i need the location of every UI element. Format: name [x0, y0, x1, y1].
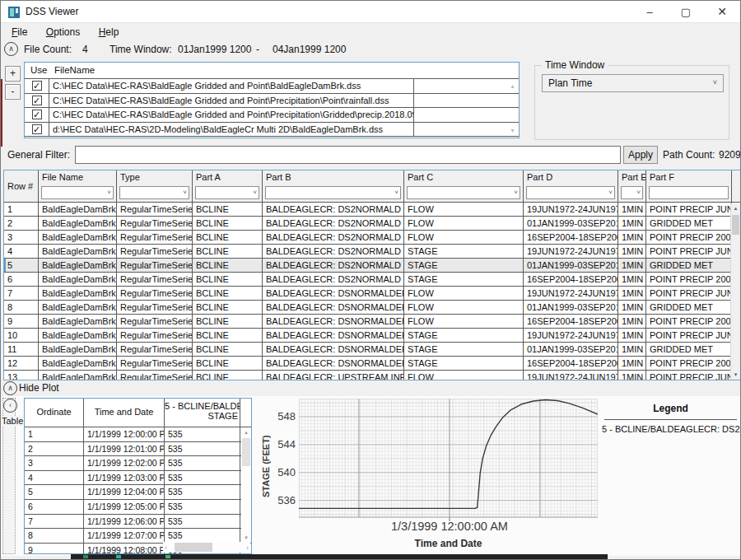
use-checkbox[interactable]: ✓: [32, 110, 42, 119]
file-row[interactable]: ✓d:\HEC Data\HEC-RAS\2D-Modeling\BaldEag…: [25, 123, 519, 138]
time-window-combobox[interactable]: Plan Time ˅: [542, 74, 724, 92]
catalog-row[interactable]: 1BaldEagleDamBrkRegularTimeSeriesBCLINEB…: [4, 203, 740, 217]
catalog-cell: STAGE: [404, 357, 524, 370]
column-filter-input[interactable]: [649, 186, 729, 199]
x-axis-label: Time and Date: [299, 538, 598, 549]
column-header-row-: Row #: [4, 170, 39, 202]
scrollbar-thumb[interactable]: [242, 438, 250, 466]
column-filter-combobox[interactable]: ˅: [41, 186, 114, 199]
ordinate-cell: 1: [25, 427, 84, 441]
apply-button[interactable]: Apply: [623, 146, 658, 164]
column-header-file-name: File Name˅: [39, 170, 117, 202]
use-checkbox[interactable]: ✓: [32, 124, 42, 134]
catalog-row[interactable]: 11BaldEagleDamBrkRegularTimeSeriesBCLINE…: [4, 343, 740, 357]
ordinate-cell: 1/1/1999 12:03:00 PM: [84, 471, 165, 485]
catalog-row[interactable]: 7BaldEagleDamBrkRegularTimeSeriesBCLINEB…: [4, 287, 740, 301]
ordinate-row[interactable]: 11/1/1999 12:00:00 PM535: [25, 427, 251, 442]
catalog-row[interactable]: 4BaldEagleDamBrkRegularTimeSeriesBCLINEB…: [4, 245, 740, 259]
file-list-scrollbar[interactable]: ▴ ▾: [508, 81, 517, 136]
minimize-button[interactable]: –: [631, 1, 668, 23]
general-filter-input[interactable]: [75, 146, 621, 164]
use-checkbox[interactable]: ✓: [32, 96, 42, 105]
info-bar: ∧ File Count: 4 Time Window: 01Jan1999 1…: [1, 40, 740, 60]
catalog-cell: RegularTimeSeries: [117, 357, 193, 370]
x-tick-label: 1/3/1999 12:00:00 AM: [351, 520, 548, 533]
file-row[interactable]: ✓C:\HEC Data\HEC-RAS\BaldEagle Gridded a…: [25, 79, 519, 94]
use-checkbox[interactable]: ✓: [32, 81, 42, 91]
column-filter-combobox[interactable]: ˅: [407, 186, 520, 199]
ordinate-cell: 1/1/1999 12:00:00 PM: [84, 427, 165, 441]
catalog-cell: POINT PRECIP 2004: [646, 315, 732, 328]
catalog-cell: POINT PRECIP 2004: [646, 357, 732, 370]
y-tick-label: 540: [268, 466, 296, 478]
filename-column-header: FileName: [54, 65, 95, 75]
catalog-cell: BCLINE: [193, 259, 263, 272]
ordinate-cell: 1/1/1999 12:07:00 PM: [84, 529, 165, 543]
catalog-cell: 1MIN: [618, 329, 646, 342]
catalog-cell: 19JUN1972-24JUN1972: [524, 203, 618, 216]
catalog-row[interactable]: 3BaldEagleDamBrkRegularTimeSeriesBCLINEB…: [4, 231, 740, 245]
catalog-cell: BALDEAGLECR: DS2NORMALD: [263, 231, 404, 244]
time-column-header: Time and Date: [84, 399, 165, 427]
file-row[interactable]: ✓C:\HEC Data\HEC-RAS\BaldEagle Gridded a…: [25, 94, 519, 109]
column-filter-combobox[interactable]: ˅: [265, 186, 401, 199]
catalog-row[interactable]: 5BaldEagleDamBrkRegularTimeSeriesBCLINEB…: [4, 259, 740, 273]
ordinate-row[interactable]: 31/1/1999 12:02:00 PM535: [25, 456, 251, 471]
catalog-cell: RegularTimeSeries: [117, 371, 193, 380]
table-strip-label: Table: [2, 416, 23, 426]
ordinate-cell: 1/1/1999 12:01:00 PM: [84, 442, 165, 456]
catalog-cell: BALDEAGLECR: DSNORMALDEPTH: [263, 343, 404, 356]
menu-file[interactable]: File: [7, 26, 31, 39]
ordinate-cell: 4: [25, 471, 84, 485]
ordinate-vertical-scrollbar[interactable]: ▴ ▾: [241, 428, 251, 542]
chevron-down-icon: ˅: [608, 189, 613, 196]
catalog-table: Row #File Name˅Type˅Part A˅Part B˅Part C…: [3, 170, 741, 380]
title-bar[interactable]: DSS Viewer – ▢ ✕: [1, 1, 740, 23]
catalog-header: Row #File Name˅Type˅Part A˅Part B˅Part C…: [4, 170, 740, 203]
catalog-cell: FLOW: [404, 371, 524, 380]
column-filter-combobox[interactable]: ˅: [119, 186, 189, 199]
hide-plot-button[interactable]: ∧: [3, 381, 17, 395]
chevron-up-icon: ∧: [7, 384, 13, 392]
menu-help[interactable]: Help: [95, 26, 124, 39]
close-button[interactable]: ✕: [704, 1, 740, 23]
catalog-row[interactable]: 8BaldEagleDamBrkRegularTimeSeriesBCLINEB…: [4, 301, 740, 315]
menu-options[interactable]: Options: [42, 26, 84, 39]
catalog-scrollbar[interactable]: ▴ ▾: [730, 203, 740, 380]
catalog-cell: 10: [4, 329, 39, 342]
chevron-up-icon: ∧: [8, 44, 14, 53]
ordinate-row[interactable]: 71/1/1999 12:06:00 PM535: [25, 515, 251, 530]
collapse-table-button[interactable]: ‹: [3, 399, 17, 413]
catalog-row[interactable]: 6BaldEagleDamBrkRegularTimeSeriesBCLINEB…: [4, 273, 740, 287]
catalog-row[interactable]: 12BaldEagleDamBrkRegularTimeSeriesBCLINE…: [4, 357, 740, 371]
catalog-cell: FLOW: [404, 315, 524, 328]
maximize-button[interactable]: ▢: [668, 1, 704, 23]
menu-bar: File Options Help: [1, 24, 740, 40]
catalog-row[interactable]: 2BaldEagleDamBrkRegularTimeSeriesBCLINEB…: [4, 217, 740, 231]
remove-file-button[interactable]: -: [5, 84, 21, 100]
column-filter-combobox[interactable]: ˅: [526, 186, 615, 199]
file-row[interactable]: ✓C:\HEC Data\HEC-RAS\BaldEagle Gridded a…: [25, 108, 519, 123]
catalog-row[interactable]: 13BaldEagleDamBrkRegularTimeSeriesBCLINE…: [4, 371, 740, 380]
scrollbar-thumb[interactable]: [175, 543, 212, 552]
column-filter-combobox[interactable]: ˅: [621, 186, 643, 199]
ordinate-cell: 5: [25, 485, 84, 499]
catalog-row[interactable]: 10BaldEagleDamBrkRegularTimeSeriesBCLINE…: [4, 329, 740, 343]
ordinate-horizontal-scrollbar[interactable]: ‹ ›: [163, 542, 250, 553]
catalog-row[interactable]: 9BaldEagleDamBrkRegularTimeSeriesBCLINEB…: [4, 315, 740, 329]
ordinate-row[interactable]: 41/1/1999 12:03:00 PM535: [25, 471, 251, 486]
ordinate-row[interactable]: 51/1/1999 12:04:00 PM535: [25, 485, 251, 500]
legend-panel: Legend 5 - BCLINE/BALDEAGLECR: DS2NOR: [599, 396, 741, 556]
collapse-files-button[interactable]: ∧: [4, 42, 18, 56]
catalog-cell: 12: [4, 357, 39, 370]
ordinate-row[interactable]: 21/1/1999 12:01:00 PM535: [25, 442, 251, 457]
catalog-cell: 1MIN: [618, 287, 646, 300]
ordinate-cell: 9: [25, 544, 84, 554]
stage-plot[interactable]: STAGE (FEET) 536540544548 1/3/1999 12:00…: [256, 396, 599, 556]
scrollbar-thumb[interactable]: [732, 215, 739, 235]
catalog-cell: BALDEAGLECR: UPSTREAM INFLOW: [263, 371, 404, 380]
add-file-button[interactable]: +: [5, 66, 21, 82]
ordinate-row[interactable]: 61/1/1999 12:05:00 PM535: [25, 500, 251, 515]
column-filter-combobox[interactable]: ˅: [195, 186, 259, 199]
stage-series-line: [299, 400, 598, 509]
